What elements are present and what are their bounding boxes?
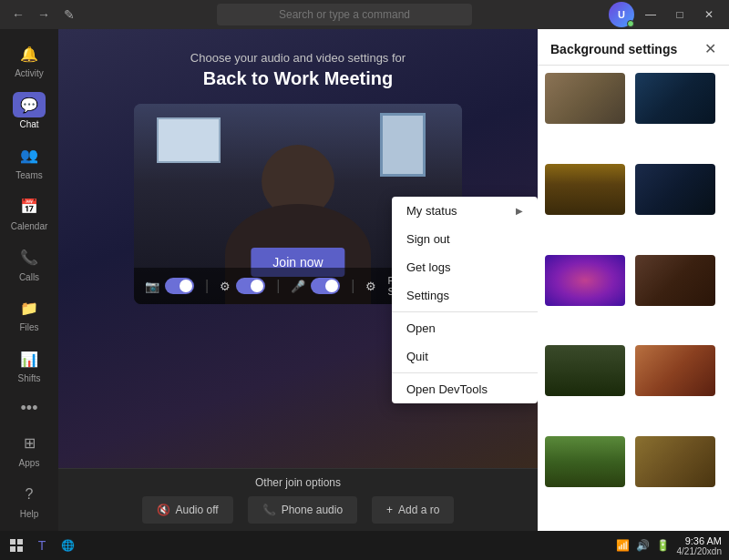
- menu-item-devtools[interactable]: Open DevTools: [392, 375, 538, 403]
- audio-off-icon: 🔇: [157, 504, 170, 516]
- sidebar-item-calls[interactable]: 📞 Calls: [4, 239, 55, 287]
- audio-off-label: Audio off: [176, 504, 219, 516]
- apps-icon-wrap: ⊞: [13, 431, 46, 456]
- bg-thumb-4[interactable]: [635, 164, 715, 215]
- activity-icon-wrap: 🔔: [13, 41, 46, 66]
- mic-toggle[interactable]: [311, 278, 340, 294]
- avatar-initials: U: [618, 9, 625, 20]
- join-options-row: 🔇 Audio off 📞 Phone audio + Add a ro: [58, 496, 538, 524]
- audio-off-button[interactable]: 🔇 Audio off: [142, 496, 233, 524]
- menu-item-signout[interactable]: Sign out: [392, 225, 538, 253]
- prejoin-title: Back to Work Meeting: [190, 68, 406, 89]
- blur-toggle[interactable]: [236, 278, 265, 294]
- minimize-button[interactable]: —: [638, 4, 663, 25]
- sidebar-item-teams[interactable]: 👥 Teams: [4, 138, 55, 186]
- bg-thumb-10[interactable]: [635, 436, 715, 487]
- sidebar-item-calendar[interactable]: 📅 Calendar: [4, 188, 55, 236]
- other-join-section: Other join options 🔇 Audio off 📞 Phone a…: [58, 468, 538, 531]
- calls-icon-wrap: 📞: [13, 245, 46, 270]
- network-icon[interactable]: 📶: [615, 537, 631, 554]
- menu-item-mystatus[interactable]: My status ▶: [392, 197, 538, 225]
- blur-toggle-knob: [251, 280, 263, 292]
- menu-item-quit[interactable]: Quit: [392, 342, 538, 371]
- bg-close-button[interactable]: ✕: [704, 40, 716, 57]
- camera-icon: 📷: [145, 280, 159, 293]
- teams-taskbar-icon[interactable]: T: [33, 536, 51, 555]
- forward-button[interactable]: →: [33, 4, 55, 25]
- sidebar: 🔔 Activity 💬 Chat 👥 Teams 📅 C: [0, 29, 58, 531]
- search-input[interactable]: [217, 4, 472, 25]
- menu-item-open[interactable]: Open: [392, 314, 538, 342]
- prejoin-subtitle: Choose your audio and video settings for: [190, 51, 406, 65]
- browser-taskbar-icon[interactable]: 🌐: [58, 536, 77, 555]
- bg-thumbnail-grid: [538, 66, 729, 531]
- sidebar-label-help: Help: [20, 509, 39, 519]
- bg-thumb-1[interactable]: [545, 73, 625, 124]
- bg-thumb-7[interactable]: [545, 345, 625, 396]
- sidebar-item-chat[interactable]: 💬 Chat: [4, 87, 55, 135]
- blur-icon: ⚙: [220, 280, 231, 293]
- app-window: ← → ✎ U — □ ✕ 🔔 Activity: [0, 0, 729, 560]
- bg-thumb-2[interactable]: [635, 73, 715, 124]
- sidebar-item-files[interactable]: 📁 Files: [4, 290, 55, 338]
- more-button[interactable]: •••: [21, 399, 38, 418]
- mic-toggle-group: 🎤: [291, 278, 340, 294]
- bg-thumb-5[interactable]: [545, 255, 625, 306]
- back-button[interactable]: ←: [7, 4, 29, 25]
- sidebar-item-help[interactable]: ? Help: [4, 476, 55, 524]
- svg-rect-2: [10, 546, 15, 552]
- signout-label: Sign out: [406, 232, 450, 246]
- menu-divider-2: [392, 372, 538, 373]
- sidebar-item-activity[interactable]: 🔔 Activity: [4, 36, 55, 84]
- clock[interactable]: 9:36 AM 4/21/20xdn: [677, 535, 723, 556]
- chat-icon-wrap: 💬: [13, 92, 46, 117]
- speaker-icon: ⚙: [365, 280, 376, 293]
- bg-thumb-9[interactable]: [545, 436, 625, 487]
- background-panel: Background settings ✕: [538, 29, 729, 531]
- bg-thumb-3[interactable]: [545, 164, 625, 215]
- mystatus-arrow: ▶: [516, 206, 523, 216]
- video-toggle-knob: [180, 280, 192, 292]
- add-room-button[interactable]: + Add a ro: [372, 496, 454, 524]
- open-label: Open: [406, 321, 436, 335]
- phone-audio-label: Phone audio: [282, 504, 343, 516]
- bg-thumb-6[interactable]: [635, 255, 715, 306]
- shifts-icon-wrap: 📊: [13, 346, 46, 372]
- svg-rect-3: [17, 546, 23, 552]
- restore-button[interactable]: □: [667, 4, 693, 25]
- battery-icon[interactable]: 🔋: [655, 537, 672, 554]
- mic-toggle-knob: [325, 280, 338, 292]
- add-room-label: Add a ro: [398, 504, 439, 516]
- edit-button[interactable]: ✎: [58, 4, 80, 25]
- search-area: [80, 4, 609, 25]
- video-toggle[interactable]: [165, 278, 194, 294]
- volume-icon[interactable]: 🔊: [635, 537, 652, 554]
- files-icon-wrap: 📁: [13, 295, 46, 321]
- quit-label: Quit: [406, 350, 428, 363]
- taskbar-left: T 🌐: [7, 536, 77, 555]
- getlogs-label: Get logs: [406, 260, 450, 274]
- blur-toggle-group: ⚙: [220, 278, 265, 294]
- sidebar-item-apps[interactable]: ⊞ Apps: [4, 425, 55, 473]
- devtools-label: Open DevTools: [406, 382, 488, 396]
- help-icon: ?: [26, 486, 34, 503]
- close-button[interactable]: ✕: [696, 4, 722, 25]
- system-tray: 📶 🔊 🔋: [615, 537, 672, 554]
- menu-item-getlogs[interactable]: Get logs: [392, 253, 538, 281]
- files-icon: 📁: [20, 300, 38, 317]
- clock-date: 4/21/20xdn: [677, 546, 723, 556]
- start-icon[interactable]: [7, 536, 26, 555]
- sidebar-item-shifts[interactable]: 📊 Shifts: [4, 341, 55, 389]
- menu-item-settings[interactable]: Settings: [392, 281, 538, 310]
- mystatus-label: My status: [406, 204, 457, 218]
- avatar[interactable]: U: [609, 2, 634, 27]
- bg-thumb-8[interactable]: [635, 345, 715, 396]
- calls-icon: 📞: [20, 249, 38, 266]
- settings-label: Settings: [406, 289, 449, 302]
- sidebar-label-teams: Teams: [15, 170, 42, 180]
- sidebar-label-apps: Apps: [19, 458, 40, 468]
- clock-time: 9:36 AM: [677, 535, 723, 546]
- phone-audio-button[interactable]: 📞 Phone audio: [248, 496, 357, 524]
- context-menu: My status ▶ Sign out Get logs Settings O…: [392, 197, 538, 403]
- sidebar-label-calls: Calls: [19, 272, 39, 282]
